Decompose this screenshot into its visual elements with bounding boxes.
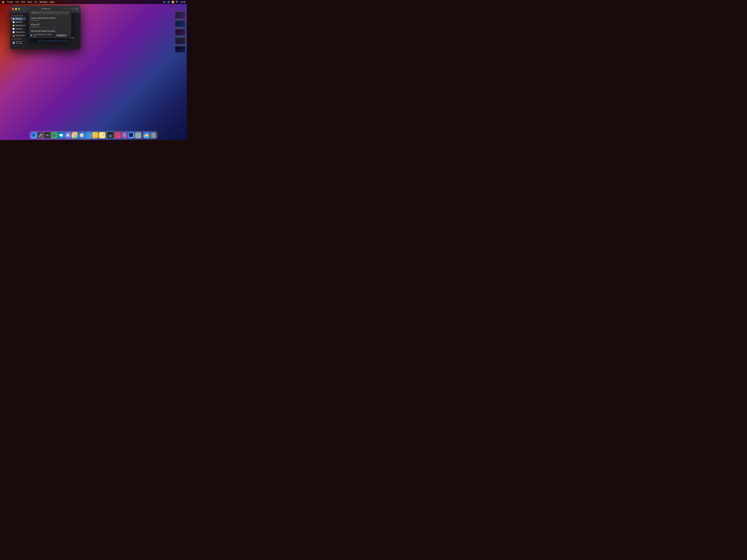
thumbnail-1-label — [175, 18, 185, 18]
menubar-finder[interactable]: Finder — [7, 1, 13, 3]
finder-search-button[interactable]: 🔍 — [76, 8, 79, 10]
thumbnail-5-content — [175, 47, 185, 52]
bluetooth-search-area — [29, 9, 71, 16]
dock-trash[interactable]: 🗑️ — [150, 132, 156, 138]
device-2-name: iPhone (5) — [31, 24, 69, 26]
maximize-button[interactable] — [18, 8, 20, 10]
back-button[interactable]: ‹ — [23, 7, 25, 11]
dock-appstore[interactable]: 🅰 — [128, 132, 134, 138]
device-2-status: Connected — [31, 26, 69, 28]
menubar-go[interactable]: Go — [34, 1, 37, 3]
dock-appletv[interactable]: 📺 — [107, 132, 114, 138]
dock-finder[interactable]: 🖥 — [31, 132, 37, 138]
bluetooth-panel: System Administrator's Mouse Connected i… — [29, 9, 71, 38]
minimize-button[interactable] — [15, 8, 17, 10]
volume-icon[interactable]: 🔊 — [163, 1, 166, 3]
menubar-left: 🍎 Finder File Edit View Go Window Help — [1, 1, 163, 3]
desktop-icon: 📄 — [12, 28, 15, 30]
close-button[interactable] — [12, 8, 14, 10]
sidebar-applications-label: Applications — [16, 24, 26, 26]
dock-xcode[interactable]: 🔨 — [85, 132, 92, 138]
thumbnail-3-content — [175, 29, 185, 35]
advanced-button[interactable]: Advanced... — [56, 34, 67, 37]
dock-amphetamine[interactable]: ⚡ — [92, 132, 99, 138]
bluetooth-device-1: System Administrator's Mouse Connected — [29, 16, 71, 22]
menubar-view[interactable]: View — [27, 1, 32, 3]
dock-music[interactable]: 🎵 — [114, 132, 121, 138]
thumbnail-2-content — [175, 21, 185, 26]
sidebar-item-downloads[interactable]: 📥 Downloads — [11, 34, 26, 37]
menubar-edit[interactable]: Edit — [21, 1, 25, 3]
bluetooth-icon[interactable]: 🔵 — [167, 1, 170, 3]
menubar-file[interactable]: File — [16, 1, 19, 3]
sidebar-macintosh-label: Macintosh HD - Data — [16, 41, 24, 44]
sidebar-item-applications[interactable]: 📁 Applications — [11, 24, 26, 27]
sidebar-downloads-label: Downloads — [16, 34, 25, 36]
thumbnail-5-label — [175, 52, 185, 52]
finder-sidebar: Favourites 📡 AirDrop 🕐 Recents 📁 Applica… — [10, 12, 27, 49]
thumbnail-3-label — [175, 35, 185, 35]
apple-menu[interactable]: 🍎 — [1, 1, 5, 3]
thumbnail-4-content — [175, 38, 185, 44]
sidebar-desktop-label: Desktop — [16, 28, 22, 30]
locations-label: Locations — [10, 37, 27, 40]
dock-arcade[interactable]: 🎮 — [44, 132, 51, 138]
wifi-icon[interactable]: 📶 — [172, 1, 174, 3]
dock-files[interactable]: 📂 — [143, 132, 150, 138]
thumbnail-2[interactable] — [175, 20, 185, 27]
forward-button[interactable]: › — [26, 7, 28, 11]
airdrop-discoverable-dropdown[interactable]: Allow me to be discovered by: Everyone ∨ — [38, 39, 70, 41]
recents-icon: 🕐 — [12, 21, 15, 23]
sidebar-item-recents[interactable]: 🕐 Recents — [11, 21, 26, 24]
search-icon[interactable]: 🔍 — [176, 1, 179, 3]
menubar: 🍎 Finder File Edit View Go Window Help 🔊… — [0, 0, 187, 4]
sidebar-airdrop-label: AirDrop — [16, 18, 22, 20]
dock-safari[interactable]: 🧭 — [79, 132, 85, 138]
thumbnail-1-content — [175, 12, 185, 18]
bluetooth-search-input[interactable] — [31, 11, 70, 14]
bluetooth-footer: ✓ Show Bluetooth in menu bar Advanced...… — [29, 32, 71, 38]
airdrop-icon: 📡 — [12, 18, 15, 20]
sidebar-item-airdrop[interactable]: 📡 AirDrop — [11, 17, 26, 20]
dock-downloads[interactable]: ⬇️ — [65, 132, 71, 138]
dock-notes[interactable]: 📝 — [99, 132, 105, 138]
dock-photos[interactable]: 🌸 — [72, 132, 78, 138]
sidebar-item-documents[interactable]: 📄 Documents — [11, 31, 26, 34]
show-bluetooth-label: Show Bluetooth in menu bar — [34, 33, 54, 37]
menubar-help[interactable]: Help — [50, 1, 54, 3]
downloads-icon: 📥 — [12, 34, 15, 36]
show-bluetooth-checkbox[interactable]: ✓ — [31, 34, 32, 36]
device-1-status: Connected — [31, 19, 69, 21]
macintosh-icon: 💾 — [12, 42, 15, 44]
dock: 🖥 🚀 🎮 📹 ✉️ ⬇️ 🌸 🧭 — [29, 131, 158, 139]
dock-facetime[interactable]: 📹 — [51, 132, 57, 138]
thumbnail-4-label — [175, 44, 185, 44]
sidebar-recents-label: Recents — [16, 21, 22, 23]
thumbnail-1[interactable] — [175, 11, 185, 19]
menubar-window[interactable]: Window — [40, 1, 47, 3]
favourites-label: Favourites — [10, 14, 27, 17]
dock-podcasts[interactable]: 🎙️ — [121, 132, 127, 138]
documents-icon: 📄 — [12, 31, 15, 33]
menubar-right: 🔊 🔵 📶 🔍 12:39 — [163, 1, 185, 3]
thumbnail-3[interactable] — [175, 28, 185, 35]
device-1-name: System Administrator's Mouse — [31, 17, 69, 19]
sidebar-item-desktop[interactable]: 📄 Desktop — [11, 27, 26, 30]
thumbnail-5[interactable] — [175, 45, 185, 53]
bluetooth-device-2: iPhone (5) Connected — [29, 22, 71, 29]
dock-sysprefs[interactable]: ⚙️ — [135, 132, 141, 138]
help-button[interactable]: ? — [68, 34, 70, 36]
thumbnail-4[interactable] — [175, 37, 185, 44]
action-button[interactable]: ••• — [73, 8, 75, 10]
traffic-lights — [12, 8, 20, 10]
dock-launchpad[interactable]: 🚀 — [37, 132, 44, 138]
dock-mail[interactable]: ✉️ — [58, 132, 64, 138]
clock: 12:39 — [180, 1, 185, 3]
right-thumbnails — [175, 11, 185, 53]
thumbnail-2-label — [175, 26, 185, 27]
sidebar-item-macintosh[interactable]: 💾 Macintosh HD - Data — [11, 41, 26, 45]
dock-container: 🖥 🚀 🎮 📹 ✉️ ⬇️ 🌸 🧭 — [29, 131, 158, 139]
sidebar-documents-label: Documents — [16, 31, 25, 33]
desktop: 🍎 Finder File Edit View Go Window Help 🔊… — [0, 0, 187, 140]
applications-icon: 📁 — [12, 24, 15, 26]
